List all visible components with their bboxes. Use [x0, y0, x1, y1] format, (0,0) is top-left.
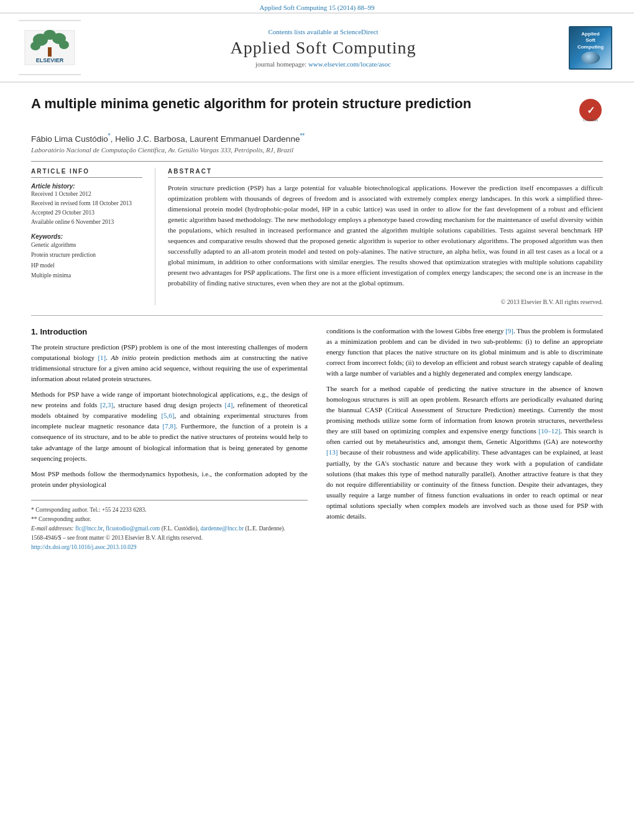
- date-accepted: Accepted 29 October 2013: [31, 208, 142, 218]
- cite-1: [1]: [98, 354, 106, 361]
- article-info-heading: ARTICLE INFO: [31, 168, 142, 178]
- footnote-1: * Corresponding author. Tel.: +55 24 223…: [31, 505, 308, 515]
- sciencedirect-link[interactable]: ScienceDirect: [340, 28, 379, 35]
- email-footnote: E-mail addresses: flc@lncc.br, flcustodi…: [31, 524, 308, 533]
- cite-13: [13]: [326, 448, 338, 456]
- date-revised: Received in revised form 18 October 2013: [31, 199, 142, 208]
- copyright-notice: © 2013 Elsevier B.V. All rights reserved…: [168, 295, 603, 305]
- article-title: A multiple minima genetic algorithm for …: [31, 95, 566, 113]
- keywords-list: Genetic algorithms Protein structure pre…: [31, 240, 142, 280]
- body-right-column: conditions is the conformation with the …: [326, 326, 603, 553]
- svg-text:ELSEVIER: ELSEVIER: [36, 57, 64, 63]
- section-1-heading: 1. Introduction: [31, 326, 308, 338]
- article-info-abstract: ARTICLE INFO Article history: Received 1…: [31, 161, 603, 305]
- svg-text:CrossMark: CrossMark: [583, 118, 599, 122]
- cite-10-12: [10–12]: [539, 427, 561, 435]
- top-citation-bar: Applied Soft Computing 15 (2014) 88–99: [0, 0, 634, 12]
- issn-footnote: 1568-4946/$ – see front matter © 2013 El…: [31, 533, 308, 543]
- cite-5-6: [5,6]: [161, 412, 174, 419]
- body-para-1: The protein structure prediction (PSP) p…: [31, 342, 308, 384]
- body-right-para-2: The search for a method capable of predi…: [326, 384, 603, 522]
- svg-point-4: [30, 42, 40, 50]
- email-2[interactable]: flcustodio@gmail.com: [106, 525, 160, 532]
- svg-point-5: [59, 40, 69, 49]
- keyword-2: Protein structure prediction: [31, 250, 142, 260]
- article-history-section: Article history: Received 1 October 2012…: [31, 183, 142, 228]
- article-footer: * Corresponding author. Tel.: +55 24 223…: [31, 500, 308, 553]
- crossmark-logo[interactable]: ✓ CrossMark: [578, 98, 603, 122]
- email-1[interactable]: flc@lncc.br: [75, 525, 103, 532]
- cite-9: [9]: [505, 327, 513, 335]
- email-3[interactable]: dardenne@lncc.br: [200, 525, 244, 532]
- homepage-line: journal homepage: www.elsevier.com/locat…: [81, 60, 566, 68]
- issn-text: 1568-4946/$ – see front matter © 2013 El…: [31, 535, 203, 541]
- cite-7-8: [7,8]: [163, 422, 176, 430]
- article-dates: Received 1 October 2012 Received in revi…: [31, 190, 142, 228]
- section-divider: [31, 315, 603, 316]
- svg-rect-6: [48, 47, 52, 57]
- body-para-3: Most PSP methods follow the thermodynami…: [31, 469, 308, 490]
- article-title-section: A multiple minima genetic algorithm for …: [31, 95, 603, 127]
- authors: Fábio Lima Custódio*, Helio J.C. Barbosa…: [31, 132, 603, 144]
- article-history-label: Article history:: [31, 183, 142, 190]
- journal-logo-right: AppliedSoftComputing: [566, 26, 615, 70]
- contents-line: Contents lists available at ScienceDirec…: [81, 28, 566, 35]
- cite-2-3: [2,3]: [100, 401, 113, 408]
- footnote-2: ** Corresponding author.: [31, 515, 308, 524]
- homepage-url[interactable]: www.elsevier.com/locate/asoc: [308, 60, 391, 68]
- date-received: Received 1 October 2012: [31, 190, 142, 199]
- citation-text: Applied Soft Computing 15 (2014) 88–99: [260, 4, 375, 11]
- main-content: A multiple minima genetic algorithm for …: [0, 83, 634, 565]
- doi-footnote: http://dx.doi.org/10.1016/j.asoc.2013.10…: [31, 543, 308, 552]
- keywords-section: Keywords: Genetic algorithms Protein str…: [31, 233, 142, 280]
- keywords-label: Keywords:: [31, 233, 142, 240]
- body-content: 1. Introduction The protein structure pr…: [31, 326, 603, 553]
- date-online: Available online 6 November 2013: [31, 218, 142, 227]
- article-info-panel: ARTICLE INFO Article history: Received 1…: [31, 168, 155, 305]
- journal-title: Applied Soft Computing: [81, 38, 566, 58]
- body-right-para-1: conditions is the conformation with the …: [326, 326, 603, 379]
- affiliation: Laboratório Nacional de Computação Cient…: [31, 146, 603, 154]
- elsevier-logo: ELSEVIER: [19, 20, 81, 75]
- body-left-column: 1. Introduction The protein structure pr…: [31, 326, 308, 553]
- journal-center: Contents lists available at ScienceDirec…: [81, 28, 566, 68]
- doi-link[interactable]: http://dx.doi.org/10.1016/j.asoc.2013.10…: [31, 544, 137, 550]
- journal-header: ELSEVIER Contents lists available at Sci…: [0, 12, 634, 83]
- keyword-3: HP model: [31, 261, 142, 270]
- keyword-1: Genetic algorithms: [31, 240, 142, 250]
- contents-text: Contents lists available at: [268, 28, 338, 35]
- abstract-heading: ABSTRACT: [168, 168, 603, 178]
- footnote-1-text: * Corresponding author. Tel.: +55 24 223…: [31, 507, 147, 513]
- asc-logo-image: AppliedSoftComputing: [569, 26, 612, 70]
- footnote-2-text: ** Corresponding author.: [31, 516, 91, 522]
- email-label: E-mail addresses:: [31, 525, 75, 532]
- svg-text:✓: ✓: [587, 105, 595, 116]
- body-para-2: Methods for PSP have a wide range of imp…: [31, 389, 308, 463]
- abstract-section: ABSTRACT Protein structure prediction (P…: [155, 168, 603, 305]
- abstract-text: Protein structure prediction (PSP) has a…: [168, 183, 603, 288]
- homepage-text: journal homepage:: [255, 60, 306, 68]
- keyword-4: Multiple minima: [31, 270, 142, 280]
- cite-4: [4]: [225, 401, 233, 408]
